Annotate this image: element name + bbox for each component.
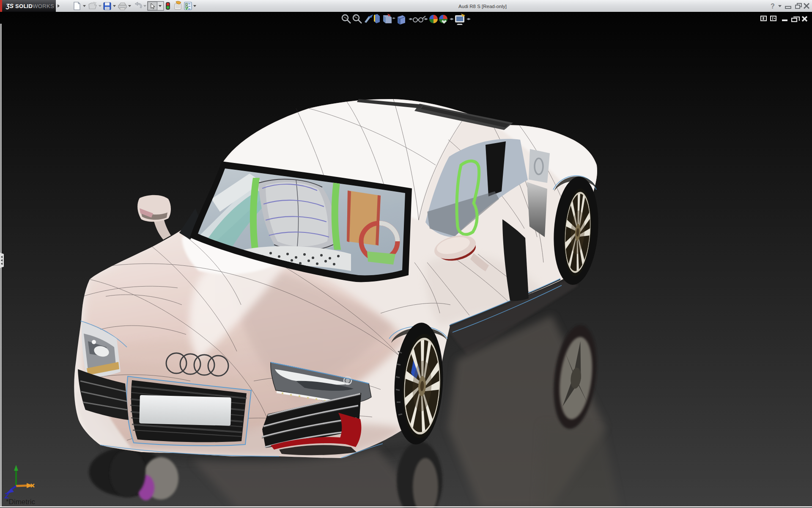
svg-text:SOLIDWORKS: SOLIDWORKS: [15, 3, 54, 9]
svg-text:Audi R8 S [Read-only]: Audi R8 S [Read-only]: [458, 4, 507, 9]
svg-text:?: ?: [771, 3, 775, 10]
svg-text:ƷS: ƷS: [5, 3, 14, 9]
svg-text:*Dimetric: *Dimetric: [6, 498, 35, 506]
